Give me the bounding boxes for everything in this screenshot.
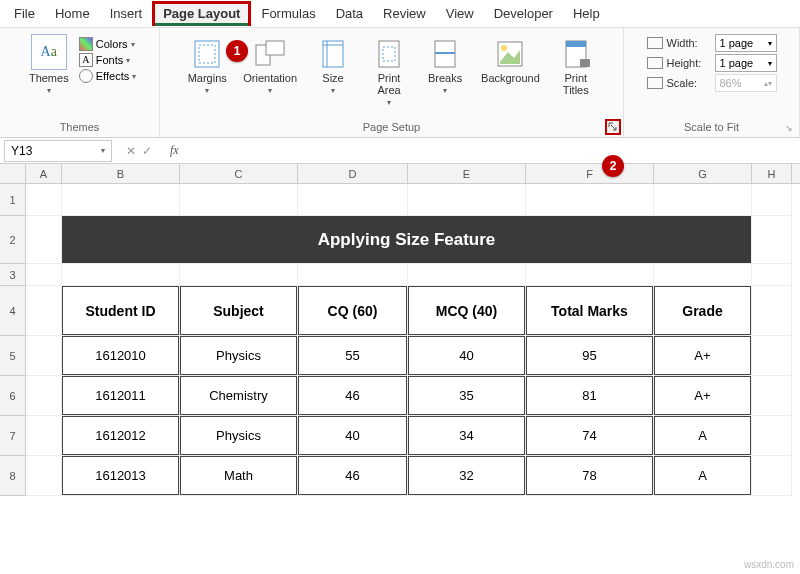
col-header[interactable]: F — [526, 164, 654, 183]
table-cell[interactable]: 35 — [408, 376, 525, 415]
row-header[interactable]: 1 — [0, 184, 26, 216]
colors-button[interactable]: Colors▾ — [79, 37, 136, 51]
svg-rect-7 — [379, 41, 399, 67]
table-cell[interactable]: Math — [180, 456, 297, 495]
table-cell[interactable]: 32 — [408, 456, 525, 495]
table-cell[interactable]: A+ — [654, 376, 751, 415]
menu-formulas[interactable]: Formulas — [251, 2, 325, 25]
table-cell[interactable]: 34 — [408, 416, 525, 455]
row-header[interactable]: 5 — [0, 336, 26, 376]
cancel-icon: ✕ — [126, 144, 136, 158]
width-label: Width: — [667, 37, 711, 49]
width-row: Width: 1 page▾ — [647, 34, 777, 52]
table-cell[interactable]: 40 — [408, 336, 525, 375]
group-themes: Aa Themes ▾ Colors▾ A Fonts▾ Effects▾ — [0, 28, 160, 137]
height-dropdown[interactable]: 1 page▾ — [715, 54, 777, 72]
menu-file[interactable]: File — [4, 2, 45, 25]
print-area-button[interactable]: Print Area▾ — [363, 36, 415, 109]
print-titles-button[interactable]: Print Titles — [550, 36, 602, 98]
table-header: Total Marks — [526, 286, 653, 335]
row-header[interactable]: 2 — [0, 216, 26, 264]
row-header[interactable]: 3 — [0, 264, 26, 286]
menu-review[interactable]: Review — [373, 2, 436, 25]
group-label-scale: Scale to Fit — [630, 119, 793, 135]
width-icon — [647, 37, 663, 49]
table-cell[interactable]: Physics — [180, 336, 297, 375]
col-header[interactable]: A — [26, 164, 62, 183]
table-cell[interactable]: 74 — [526, 416, 653, 455]
col-header[interactable]: D — [298, 164, 408, 183]
width-dropdown[interactable]: 1 page▾ — [715, 34, 777, 52]
margins-button[interactable]: Margins▾ — [181, 36, 233, 97]
table-cell[interactable]: 78 — [526, 456, 653, 495]
callout-2: 2 — [602, 155, 624, 177]
breaks-button[interactable]: Breaks▾ — [419, 36, 471, 97]
orientation-button[interactable]: Orientation▾ — [237, 36, 303, 97]
svg-rect-3 — [266, 41, 284, 55]
scale-dialog-launcher[interactable]: ↘ — [785, 123, 797, 135]
launcher-icon — [608, 122, 618, 132]
scale-row: Scale: 86%▴▾ — [647, 74, 777, 92]
group-scale-to-fit: Width: 1 page▾ Height: 1 page▾ Scale: 86… — [624, 28, 800, 137]
table-cell[interactable]: 1612012 — [62, 416, 179, 455]
menu-developer[interactable]: Developer — [484, 2, 563, 25]
fonts-icon: A — [79, 53, 93, 67]
svg-rect-16 — [580, 59, 590, 67]
name-box[interactable]: Y13▾ — [4, 140, 112, 162]
row-header[interactable]: 7 — [0, 416, 26, 456]
menu-home[interactable]: Home — [45, 2, 100, 25]
effects-button[interactable]: Effects▾ — [79, 69, 136, 83]
table-cell[interactable]: 46 — [298, 376, 407, 415]
print-titles-icon — [560, 38, 592, 70]
themes-button[interactable]: Aa Themes ▾ — [23, 32, 75, 97]
table-header: CQ (60) — [298, 286, 407, 335]
colors-icon — [79, 37, 93, 51]
formula-input[interactable] — [179, 140, 800, 162]
callout-1: 1 — [226, 40, 248, 62]
table-cell[interactable]: 1612010 — [62, 336, 179, 375]
row-header[interactable]: 6 — [0, 376, 26, 416]
col-header[interactable]: B — [62, 164, 180, 183]
col-header[interactable]: C — [180, 164, 298, 183]
table-cell[interactable]: 1612011 — [62, 376, 179, 415]
margins-icon — [191, 38, 223, 70]
col-header[interactable]: E — [408, 164, 526, 183]
select-all-corner[interactable] — [0, 164, 26, 183]
effects-icon — [79, 69, 93, 83]
table-cell[interactable]: Physics — [180, 416, 297, 455]
fx-icon[interactable]: fx — [162, 143, 179, 158]
table-cell[interactable]: A — [654, 416, 751, 455]
menu-insert[interactable]: Insert — [100, 2, 153, 25]
col-header[interactable]: G — [654, 164, 752, 183]
table-cell[interactable]: 40 — [298, 416, 407, 455]
page-setup-dialog-launcher[interactable] — [605, 119, 621, 135]
table-header: Subject — [180, 286, 297, 335]
worksheet-grid[interactable]: A B C D E F G H 1 2 Applying Size Featur… — [0, 164, 800, 496]
table-cell[interactable]: 81 — [526, 376, 653, 415]
scale-label: Scale: — [667, 77, 711, 89]
table-cell[interactable]: 1612013 — [62, 456, 179, 495]
table-header: Student ID — [62, 286, 179, 335]
row-header[interactable]: 8 — [0, 456, 26, 496]
background-icon — [494, 38, 526, 70]
menu-page-layout[interactable]: Page Layout — [152, 1, 251, 26]
size-icon — [317, 38, 349, 70]
size-button[interactable]: Size▾ — [307, 36, 359, 97]
table-cell[interactable]: 55 — [298, 336, 407, 375]
background-button[interactable]: Background — [475, 36, 546, 86]
table-header: MCQ (40) — [408, 286, 525, 335]
table-cell[interactable]: 95 — [526, 336, 653, 375]
table-cell[interactable]: 46 — [298, 456, 407, 495]
menu-view[interactable]: View — [436, 2, 484, 25]
table-cell[interactable]: Chemistry — [180, 376, 297, 415]
row-header[interactable]: 4 — [0, 286, 26, 336]
col-header[interactable]: H — [752, 164, 792, 183]
watermark: wsxdn.com — [744, 559, 794, 570]
table-cell[interactable]: A — [654, 456, 751, 495]
group-label-page-setup: Page Setup — [166, 119, 617, 135]
table-cell[interactable]: A+ — [654, 336, 751, 375]
menu-help[interactable]: Help — [563, 2, 610, 25]
menu-data[interactable]: Data — [326, 2, 373, 25]
menu-bar: File Home Insert Page Layout Formulas Da… — [0, 0, 800, 28]
fonts-button[interactable]: A Fonts▾ — [79, 53, 136, 67]
